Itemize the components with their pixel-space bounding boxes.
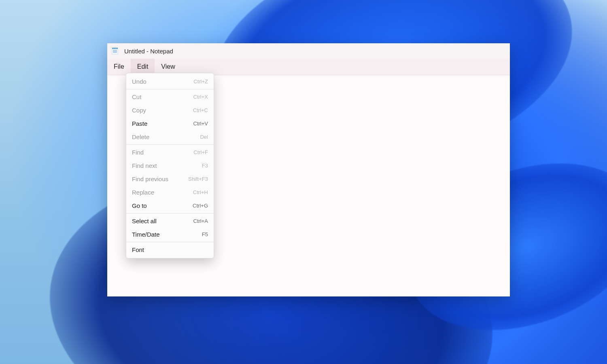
menu-label: Edit bbox=[137, 63, 149, 70]
menu-file[interactable]: File bbox=[107, 59, 131, 75]
edit-menu-item-go-to[interactable]: Go toCtrl+G bbox=[126, 199, 214, 212]
menu-item-label: Select all bbox=[132, 218, 157, 224]
desktop-wallpaper: Untitled - Notepad File Edit View UndoCt… bbox=[0, 0, 607, 364]
svg-rect-1 bbox=[112, 48, 113, 49]
menu-item-shortcut: Ctrl+F bbox=[193, 149, 208, 155]
menu-label: File bbox=[114, 63, 124, 70]
menu-item-label: Delete bbox=[132, 133, 149, 140]
edit-menu-item-find-next: Find nextF3 bbox=[126, 159, 214, 172]
menu-item-shortcut: Ctrl+G bbox=[193, 203, 208, 209]
edit-menu-item-find-previous: Find previousShift+F3 bbox=[126, 172, 214, 186]
menu-item-label: Font bbox=[132, 246, 144, 253]
menu-item-shortcut: Del bbox=[200, 134, 208, 140]
edit-menu-item-font[interactable]: Font bbox=[126, 243, 214, 256]
menu-item-shortcut: Ctrl+X bbox=[193, 94, 208, 100]
menu-item-label: Undo bbox=[132, 78, 146, 85]
menu-item-label: Replace bbox=[132, 189, 154, 196]
edit-menu-item-find: FindCtrl+F bbox=[126, 146, 214, 159]
edit-menu-item-undo: UndoCtrl+Z bbox=[126, 75, 214, 88]
menu-item-shortcut: Ctrl+Z bbox=[193, 78, 208, 85]
menu-item-shortcut: Ctrl+H bbox=[193, 189, 208, 195]
edit-menu-item-delete: DeleteDel bbox=[126, 130, 214, 144]
menu-view[interactable]: View bbox=[155, 59, 181, 75]
svg-rect-2 bbox=[114, 48, 115, 49]
svg-rect-5 bbox=[117, 48, 117, 49]
edit-menu-item-time-date[interactable]: Time/DateF5 bbox=[126, 228, 214, 241]
window-title: Untitled - Notepad bbox=[124, 48, 173, 55]
edit-menu-item-paste[interactable]: PasteCtrl+V bbox=[126, 117, 214, 130]
edit-menu-item-copy: CopyCtrl+C bbox=[126, 104, 214, 117]
menu-item-shortcut: F5 bbox=[202, 231, 208, 237]
menu-item-shortcut: Ctrl+V bbox=[193, 121, 208, 127]
menu-label: View bbox=[161, 63, 175, 70]
menu-separator bbox=[126, 144, 214, 145]
menu-edit[interactable]: Edit bbox=[131, 59, 155, 75]
svg-rect-4 bbox=[116, 48, 117, 49]
menu-item-label: Go to bbox=[132, 202, 147, 209]
edit-menu-item-cut: CutCtrl+X bbox=[126, 90, 214, 104]
edit-menu-item-select-all[interactable]: Select allCtrl+A bbox=[126, 214, 214, 228]
menu-item-label: Find previous bbox=[132, 176, 168, 182]
titlebar[interactable]: Untitled - Notepad bbox=[107, 43, 510, 59]
menu-item-shortcut: F3 bbox=[202, 163, 208, 169]
edit-menu-item-replace: ReplaceCtrl+H bbox=[126, 186, 214, 199]
menu-separator bbox=[126, 213, 214, 214]
menu-item-label: Find bbox=[132, 149, 144, 156]
svg-rect-3 bbox=[115, 48, 115, 49]
menu-separator bbox=[126, 89, 214, 89]
menu-item-label: Cut bbox=[132, 93, 141, 100]
menu-item-shortcut: Ctrl+C bbox=[193, 107, 208, 113]
menu-item-label: Copy bbox=[132, 107, 146, 114]
menu-item-shortcut: Ctrl+A bbox=[193, 218, 208, 224]
notepad-icon bbox=[111, 47, 119, 55]
menu-item-label: Time/Date bbox=[132, 231, 160, 238]
menu-separator bbox=[126, 242, 214, 242]
edit-menu-dropdown: UndoCtrl+ZCutCtrl+XCopyCtrl+CPasteCtrl+V… bbox=[126, 73, 214, 258]
menu-item-shortcut: Shift+F3 bbox=[188, 176, 208, 182]
svg-rect-6 bbox=[112, 49, 118, 54]
menu-item-label: Find next bbox=[132, 162, 157, 169]
menu-item-label: Paste bbox=[132, 120, 147, 127]
